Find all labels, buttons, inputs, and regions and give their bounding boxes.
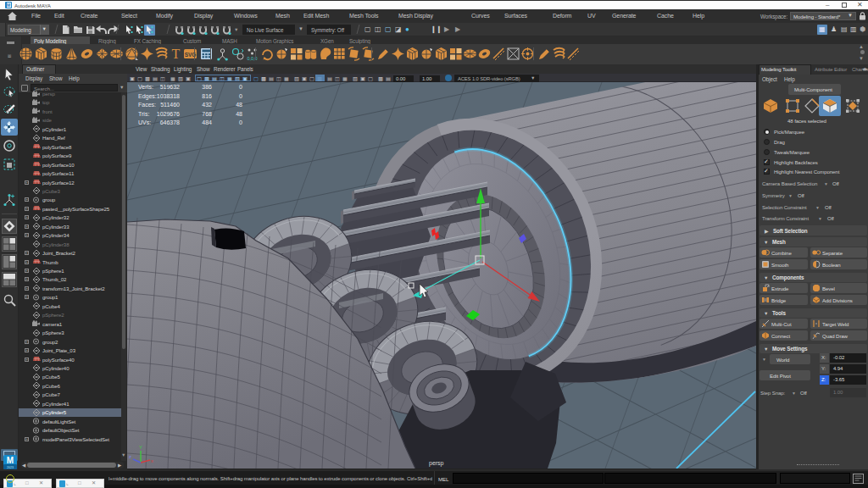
svg-text:persp: persp bbox=[429, 460, 444, 467]
svg-text:511460: 511460 bbox=[160, 102, 180, 108]
svg-text:432: 432 bbox=[202, 102, 212, 108]
svg-text:386: 386 bbox=[202, 84, 212, 90]
svg-text:0: 0 bbox=[239, 84, 242, 90]
svg-text:48: 48 bbox=[236, 102, 242, 108]
svg-text:Edges:: Edges: bbox=[138, 93, 157, 100]
svg-text:1029676: 1029676 bbox=[157, 111, 180, 117]
svg-text:UVs:: UVs: bbox=[138, 119, 151, 125]
svg-text:0,0,0: 0,0,0 bbox=[247, 56, 257, 61]
svg-text:0: 0 bbox=[239, 119, 242, 125]
svg-text:768: 768 bbox=[202, 111, 212, 117]
svg-text:484: 484 bbox=[202, 119, 212, 125]
svg-text:Y: Y bbox=[139, 445, 142, 450]
svg-text:48: 48 bbox=[236, 111, 242, 117]
svg-text:Faces:: Faces: bbox=[138, 102, 156, 108]
svg-text:1038318: 1038318 bbox=[157, 93, 180, 99]
svg-text:816: 816 bbox=[202, 93, 212, 99]
svg-text:0: 0 bbox=[239, 93, 242, 99]
svg-text:z: z bbox=[129, 454, 131, 459]
svg-text:Verts:: Verts: bbox=[138, 84, 153, 90]
svg-text:Tris:: Tris: bbox=[138, 111, 149, 117]
svg-text:T: T bbox=[172, 47, 181, 61]
svg-text:M: M bbox=[7, 456, 14, 465]
svg-text:x: x bbox=[151, 458, 153, 463]
svg-text:646378: 646378 bbox=[160, 119, 180, 125]
svg-text:519632: 519632 bbox=[160, 84, 180, 90]
